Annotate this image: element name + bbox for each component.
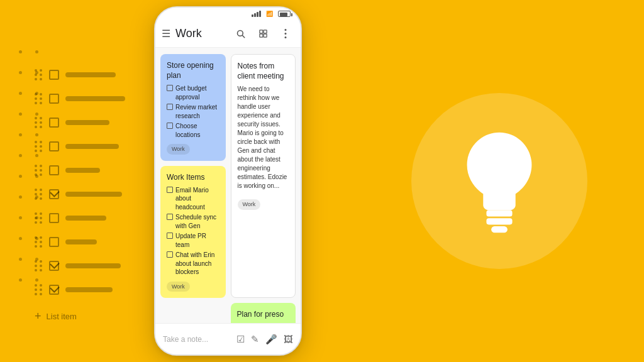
list-checkbox	[49, 213, 59, 223]
svg-rect-7	[259, 34, 262, 37]
bottom-bar: Take a note... ☑ ✎ 🎤 🖼	[155, 323, 301, 354]
list-checkbox	[49, 141, 59, 151]
checklist-item: Get budget approval	[167, 84, 219, 101]
check-icon	[167, 123, 173, 129]
checklist-item: Email Mario about headcount	[167, 186, 219, 212]
lightbulb-icon	[449, 124, 550, 238]
svg-rect-1	[486, 218, 512, 224]
note-card-plan-preso[interactable]: Plan for preso First, we should talk abo…	[231, 303, 296, 323]
note-checklist: Email Mario about headcount Schedule syn…	[167, 186, 219, 277]
checklist-item: Review market research	[167, 103, 219, 120]
note-tag: Work	[167, 144, 190, 154]
header-icons	[231, 25, 294, 43]
svg-point-11	[285, 36, 287, 38]
svg-rect-2	[491, 226, 508, 233]
note-card-client-meeting[interactable]: Notes from client meeting We need to ret…	[231, 54, 296, 298]
list-bar	[65, 239, 97, 244]
list-bar	[65, 263, 121, 268]
list-checkbox	[49, 94, 59, 104]
list-item	[35, 141, 125, 152]
checkbox-icon[interactable]: ☑	[236, 334, 245, 345]
svg-line-4	[242, 35, 244, 37]
note-body: We need to rethink how we handle user ex…	[238, 85, 289, 190]
note-title: Plan for preso	[237, 309, 290, 319]
image-icon[interactable]: 🖼	[284, 334, 293, 344]
mic-icon[interactable]: 🎤	[265, 334, 277, 345]
svg-rect-8	[264, 34, 267, 37]
list-item	[35, 69, 125, 80]
check-icon	[167, 187, 173, 193]
note-tag: Work	[238, 199, 261, 209]
list-checkbox	[49, 70, 59, 80]
note-tag: Work	[167, 282, 190, 292]
more-button[interactable]	[277, 25, 294, 43]
list-bar	[65, 120, 109, 125]
note-checklist: Get budget approval Review market resear…	[167, 84, 219, 139]
checklist-item: Chat with Erin about launch blockers	[167, 251, 219, 277]
lightbulb-circle	[411, 93, 587, 269]
list-item	[35, 236, 125, 248]
list-item	[35, 212, 125, 224]
notes-grid: Store opening plan Get budget approval R…	[155, 48, 301, 323]
check-icon	[167, 251, 173, 258]
list-bar	[65, 287, 113, 292]
header-title: Work	[175, 27, 231, 40]
check-icon	[167, 233, 173, 239]
list-bar	[65, 216, 106, 221]
svg-rect-6	[264, 30, 267, 33]
note-card-store-plan[interactable]: Store opening plan Get budget approval R…	[160, 54, 226, 161]
list-item	[35, 189, 125, 200]
list-checkbox-checked	[49, 189, 59, 199]
list-item	[35, 165, 125, 176]
bottom-icons: ☑ ✎ 🎤 🖼	[236, 334, 293, 345]
checklist-item: Choose locations	[167, 122, 219, 139]
list-checkbox	[49, 237, 59, 247]
svg-point-10	[285, 33, 287, 35]
list-bar	[65, 96, 125, 101]
add-list-item[interactable]: + List item	[35, 310, 125, 322]
list-checkbox	[49, 118, 59, 128]
svg-point-9	[285, 29, 287, 31]
list-checkbox-checked	[49, 261, 59, 271]
menu-icon[interactable]: ☰	[162, 28, 170, 40]
take-note-placeholder[interactable]: Take a note...	[163, 335, 236, 344]
note-title: Work Items	[167, 172, 219, 182]
svg-rect-5	[259, 30, 262, 33]
note-title: Store opening plan	[167, 60, 219, 80]
check-icon	[167, 85, 173, 91]
left-decorative-list: + List item	[35, 69, 125, 322]
plus-icon: +	[35, 310, 42, 322]
svg-rect-0	[486, 210, 512, 216]
list-bar	[65, 72, 116, 77]
search-button[interactable]	[231, 25, 249, 43]
list-checkbox-checked	[49, 285, 59, 295]
pencil-icon[interactable]: ✎	[251, 334, 259, 345]
list-bar	[65, 168, 100, 173]
list-item	[35, 284, 125, 295]
add-list-label: List item	[47, 312, 77, 321]
list-item	[35, 260, 125, 272]
checklist-item: Schedule sync with Gen	[167, 213, 219, 230]
app-header: ☰ Work	[155, 20, 301, 48]
list-bar	[65, 192, 122, 197]
list-bar	[65, 144, 119, 149]
check-icon	[167, 214, 173, 220]
list-item	[35, 117, 125, 128]
status-bar: 📶	[155, 8, 301, 20]
layout-button[interactable]	[254, 25, 272, 43]
note-card-work-items[interactable]: Work Items Email Mario about headcount S…	[160, 166, 226, 298]
check-icon	[167, 104, 173, 110]
list-item	[35, 93, 125, 104]
phone-mockup: 📶 ☰ Work	[154, 6, 302, 356]
note-title: Notes from client meeting	[238, 61, 289, 81]
list-checkbox	[49, 165, 59, 175]
checklist-item: Update PR team	[167, 232, 219, 249]
